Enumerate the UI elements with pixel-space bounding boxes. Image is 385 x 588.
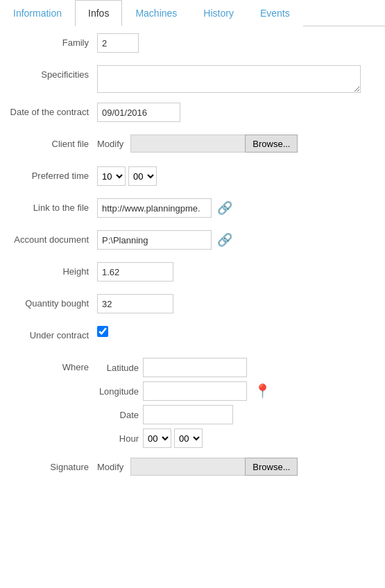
link-input[interactable]	[97, 198, 212, 218]
height-row: Height	[7, 262, 378, 284]
account-label: Account document	[7, 230, 97, 246]
tab-bar: Information Infos Machines History Event…	[0, 0, 385, 26]
latitude-label: Latitude	[97, 363, 139, 373]
signature-field: Modify Browse...	[97, 458, 378, 476]
client-file-modify-label: Modify	[97, 139, 123, 149]
where-date-input[interactable]	[143, 405, 233, 424]
tab-history[interactable]: History	[190, 0, 247, 26]
client-file-browse-btn[interactable]: Browse...	[245, 135, 298, 153]
client-file-fake-input: Browse...	[130, 135, 298, 153]
where-hour-select[interactable]: 00	[143, 429, 171, 448]
latitude-row: Latitude	[97, 358, 271, 377]
date-contract-input[interactable]	[97, 103, 180, 122]
client-file-field: Modify Browse...	[97, 135, 378, 153]
quantity-label: Quantity bought	[7, 294, 97, 310]
preferred-time-label: Preferred time	[7, 166, 97, 182]
signature-fake-input: Browse...	[130, 458, 298, 476]
signature-input-row: Modify Browse...	[97, 458, 298, 476]
specificities-input[interactable]	[97, 65, 361, 93]
where-hour-label: Hour	[97, 433, 139, 444]
specificities-row: Specificities	[7, 65, 378, 93]
under-contract-label: Under contract	[7, 326, 97, 342]
preferred-time-row: Preferred time 10 00	[7, 166, 378, 189]
client-file-label: Client file	[7, 135, 97, 150]
preferred-time-hour-select[interactable]: 10	[97, 166, 126, 186]
family-row: Family	[7, 33, 378, 55]
date-contract-label: Date of the contract	[7, 103, 97, 119]
date-contract-field	[97, 103, 378, 122]
where-field: Latitude Longitude 📍 Date Hour	[97, 358, 378, 448]
where-minute-select[interactable]: 00	[174, 429, 203, 448]
longitude-label: Longitude	[97, 386, 139, 397]
tab-machines[interactable]: Machines	[122, 0, 190, 26]
quantity-field	[97, 294, 378, 313]
location-icon[interactable]: 📍	[254, 383, 271, 399]
family-label: Family	[7, 33, 97, 49]
quantity-input[interactable]	[97, 294, 173, 313]
quantity-row: Quantity bought	[7, 294, 378, 316]
tab-information[interactable]: Information	[0, 0, 75, 26]
tab-events[interactable]: Events	[247, 0, 303, 26]
longitude-input[interactable]	[143, 381, 247, 401]
link-icon[interactable]: 🔗	[217, 200, 232, 216]
hour-selects: 00 00	[143, 429, 203, 448]
height-input[interactable]	[97, 262, 173, 282]
specificities-label: Specificities	[7, 65, 97, 81]
signature-modify-label: Modify	[97, 462, 123, 472]
signature-text-box	[130, 458, 245, 476]
under-contract-checkbox[interactable]	[97, 326, 108, 337]
preferred-time-field: 10 00	[97, 166, 378, 186]
where-hour-row: Hour 00 00	[97, 429, 271, 448]
client-file-row: Client file Modify Browse...	[7, 135, 378, 157]
specificities-field	[97, 65, 378, 93]
date-contract-row: Date of the contract	[7, 103, 378, 125]
longitude-row: Longitude 📍	[97, 381, 271, 401]
where-row: Where Latitude Longitude 📍 Date	[7, 358, 378, 448]
client-file-input-row: Modify Browse...	[97, 135, 298, 153]
where-block: Latitude Longitude 📍 Date Hour	[97, 358, 271, 448]
account-link-icon[interactable]: 🔗	[217, 232, 232, 248]
form-container: Family Specificities Date of the contrac…	[0, 26, 385, 503]
family-field	[97, 33, 378, 53]
link-label: Link to the file	[7, 198, 97, 214]
under-contract-field	[97, 326, 378, 337]
where-label: Where	[7, 358, 97, 374]
height-label: Height	[7, 262, 97, 278]
under-contract-row: Under contract	[7, 326, 378, 348]
account-input[interactable]	[97, 230, 212, 250]
where-date-row: Date	[97, 405, 271, 424]
link-row: Link to the file 🔗	[7, 198, 378, 220]
preferred-time-minute-select[interactable]: 00	[128, 166, 157, 186]
latitude-input[interactable]	[143, 358, 247, 377]
where-date-label: Date	[97, 410, 139, 420]
account-row: Account document 🔗	[7, 230, 378, 252]
client-file-text-box	[130, 135, 245, 153]
signature-label: Signature	[7, 458, 97, 474]
tab-infos[interactable]: Infos	[75, 0, 122, 26]
family-input[interactable]	[97, 33, 139, 53]
signature-browse-btn[interactable]: Browse...	[245, 458, 298, 476]
link-field: 🔗	[97, 198, 378, 218]
signature-row: Signature Modify Browse...	[7, 458, 378, 480]
account-field: 🔗	[97, 230, 378, 250]
height-field	[97, 262, 378, 282]
